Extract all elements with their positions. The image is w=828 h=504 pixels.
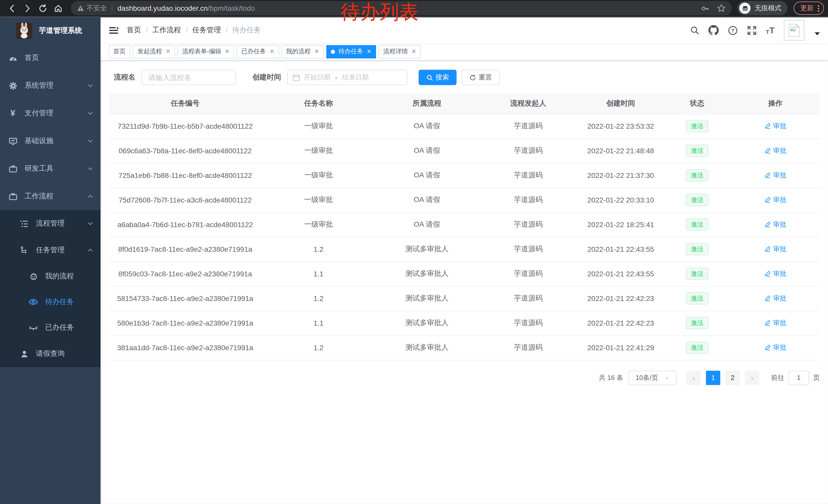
- tags-view: 首页 发起流程✕ 流程表单-编辑✕ 已办任务✕ 我的流程✕ 待办任务✕ 流程详情…: [100, 43, 828, 60]
- sidebar-item-label: 首页: [25, 53, 39, 62]
- sidebar-item-task-mgmt[interactable]: 任务管理: [0, 237, 100, 264]
- tab-done-tasks[interactable]: 已办任务✕: [237, 45, 279, 58]
- close-icon[interactable]: ✕: [411, 48, 416, 55]
- sidebar-item-payment[interactable]: ¥ 支付管理: [0, 99, 100, 127]
- search-icon[interactable]: [690, 26, 699, 35]
- sidebar-item-my-process[interactable]: 我的流程: [0, 264, 100, 289]
- table-row: 75d72608-7b7f-11ec-a3c8-acde48001122一级审批…: [109, 188, 820, 212]
- sidebar-item-label: 我的流程: [45, 272, 74, 281]
- pagination-total: 共 16 条: [599, 373, 623, 382]
- tab-my-process[interactable]: 我的流程✕: [281, 45, 324, 58]
- edit-icon: [764, 197, 771, 203]
- sidebar-item-leave-query[interactable]: 请假查询: [0, 340, 100, 367]
- tab-start-process[interactable]: 发起流程✕: [133, 45, 175, 58]
- next-page-button[interactable]: ›: [745, 370, 759, 385]
- approve-link[interactable]: 审批: [764, 195, 786, 204]
- page-size-select[interactable]: 10条/页: [628, 370, 677, 385]
- face-icon: [29, 272, 38, 281]
- update-button[interactable]: 更新: [794, 2, 824, 15]
- home-icon[interactable]: [50, 1, 66, 15]
- url-text[interactable]: dashboard.yudao.iocoder.cn/bpm/task/todo: [118, 4, 696, 12]
- tab-todo-tasks[interactable]: 待办任务✕: [326, 45, 376, 58]
- star-icon[interactable]: [717, 4, 726, 13]
- process-name-input[interactable]: [141, 70, 236, 85]
- sidebar-item-todo-tasks[interactable]: 待办任务: [0, 289, 100, 315]
- sidebar-item-label: 工作流程: [25, 192, 53, 201]
- close-icon[interactable]: ✕: [314, 48, 319, 55]
- approve-link[interactable]: 审批: [764, 220, 786, 229]
- approve-link[interactable]: 审批: [764, 343, 786, 352]
- edit-icon: [764, 320, 771, 326]
- todo-task-table: 任务编号 任务名称 所属流程 流程发起人 创建时间 状态 操作 73211d9d…: [109, 93, 820, 360]
- tab-process-detail[interactable]: 流程详情✕: [379, 45, 421, 58]
- approve-link[interactable]: 审批: [764, 146, 786, 155]
- refresh-icon: [469, 74, 476, 81]
- approve-link[interactable]: 审批: [764, 122, 786, 131]
- sidebar-item-devtools[interactable]: 研发工具: [0, 155, 100, 183]
- sidebar-item-label: 任务管理: [36, 245, 65, 255]
- status-badge: 激活: [686, 194, 708, 206]
- chevron-down-icon: [664, 375, 669, 380]
- breadcrumb-task-mgmt[interactable]: 任务管理: [192, 26, 221, 35]
- approve-link[interactable]: 审批: [764, 269, 786, 278]
- chevron-down-icon: [87, 110, 93, 117]
- sidebar-item-done-tasks[interactable]: 已办任务: [0, 315, 100, 340]
- sidebar-item-workflow[interactable]: 工作流程: [0, 183, 100, 210]
- breadcrumb-workflow[interactable]: 工作流程: [152, 26, 181, 35]
- tab-form-edit[interactable]: 流程表单-编辑✕: [177, 45, 234, 58]
- fullscreen-icon[interactable]: [747, 26, 757, 35]
- key-icon[interactable]: [701, 4, 709, 12]
- forward-icon[interactable]: [19, 1, 35, 15]
- help-icon[interactable]: ?: [728, 26, 738, 35]
- sidebar-item-system[interactable]: 系统管理: [0, 72, 100, 99]
- breadcrumb-home[interactable]: 首页: [127, 26, 141, 35]
- sidebar-item-home[interactable]: 首页: [0, 44, 100, 72]
- page-1-button[interactable]: 1: [706, 370, 720, 385]
- back-icon[interactable]: [4, 1, 19, 15]
- create-time-label: 创建时间: [252, 73, 281, 82]
- sidebar-item-label: 请假查询: [36, 349, 65, 358]
- breadcrumb-current: 待办任务: [232, 26, 261, 35]
- prev-page-button[interactable]: ‹: [687, 370, 701, 385]
- approve-link[interactable]: 审批: [764, 171, 786, 180]
- kebab-menu-icon[interactable]: [818, 5, 819, 11]
- chevron-down-icon: [87, 221, 93, 227]
- sidebar-item-infra[interactable]: 基础设施: [0, 127, 100, 155]
- status-badge: 激活: [686, 120, 708, 132]
- chevron-up-icon: [87, 247, 93, 253]
- close-icon[interactable]: ✕: [367, 48, 371, 55]
- approve-link[interactable]: 审批: [764, 294, 786, 303]
- url-bar[interactable]: 不安全 dashboard.yudao.iocoder.cn/bpm/task/…: [71, 1, 732, 15]
- search-button[interactable]: 搜索: [419, 70, 457, 85]
- hamburger-icon[interactable]: [109, 26, 119, 35]
- edit-icon: [764, 147, 771, 154]
- not-secure-warning[interactable]: 不安全: [77, 4, 107, 13]
- font-size-icon[interactable]: TT: [766, 26, 775, 35]
- close-icon[interactable]: ✕: [270, 48, 274, 55]
- tab-home[interactable]: 首页: [109, 45, 130, 58]
- chevron-down-icon: [87, 166, 93, 172]
- github-icon[interactable]: [708, 25, 719, 35]
- date-range-picker[interactable]: 开始日期 - 结束日期: [287, 70, 407, 85]
- incognito-badge: 无痕模式: [737, 1, 787, 15]
- table-row: 069c6a63-7b8a-11ec-8ef0-acde48001122一级审批…: [109, 138, 820, 163]
- app-logo[interactable]: 芋道管理系统: [0, 17, 100, 44]
- edit-icon: [764, 246, 771, 253]
- goto-page-input[interactable]: [788, 370, 809, 385]
- app-title: 芋道管理系统: [39, 26, 82, 35]
- approve-link[interactable]: 审批: [764, 244, 786, 254]
- toolbox-icon: [8, 164, 17, 173]
- status-badge: 激活: [686, 169, 708, 182]
- approve-link[interactable]: 审批: [764, 318, 786, 328]
- sidebar-item-process-mgmt[interactable]: 流程管理: [0, 210, 100, 237]
- sidebar-item-label: 已办任务: [45, 323, 74, 332]
- avatar[interactable]: [784, 20, 804, 41]
- reload-icon[interactable]: [35, 1, 50, 15]
- yen-icon: ¥: [8, 108, 17, 119]
- close-icon[interactable]: ✕: [166, 48, 170, 55]
- chevron-down-icon[interactable]: [815, 32, 820, 35]
- page-2-button[interactable]: 2: [726, 370, 740, 385]
- reset-button[interactable]: 重置: [462, 70, 500, 85]
- col-status: 状态: [663, 93, 731, 114]
- close-icon[interactable]: ✕: [225, 48, 229, 55]
